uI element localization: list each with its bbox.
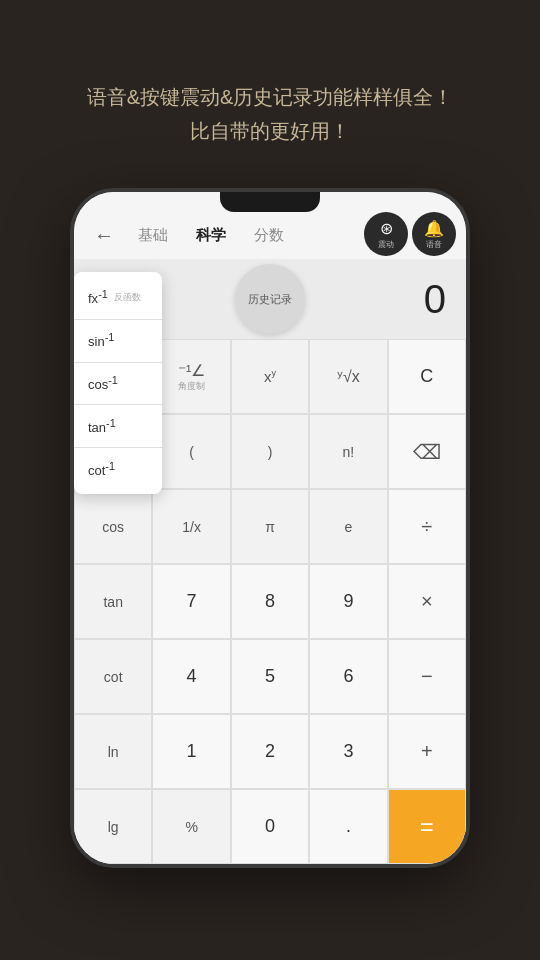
phone-mockup: ← 基础 科学 分数 ⊛ 震动 🔔 语音 历史记录 0	[70, 188, 470, 868]
key-close-paren[interactable]: )	[231, 414, 309, 489]
key-factorial[interactable]: n!	[309, 414, 387, 489]
key-5[interactable]: 5	[231, 639, 309, 714]
key-row-7: lg % 0 . =	[74, 789, 466, 864]
key-percent[interactable]: %	[152, 789, 230, 864]
fx-popup-divider-3	[74, 404, 162, 405]
fx-popup-divider-2	[74, 362, 162, 363]
voice-icon: 🔔	[424, 219, 444, 238]
phone-notch	[220, 192, 320, 212]
key-backspace[interactable]: ⌫	[388, 414, 466, 489]
tab-basic[interactable]: 基础	[130, 222, 176, 249]
key-8[interactable]: 8	[231, 564, 309, 639]
fx-popup-divider-1	[74, 319, 162, 320]
fx-popup-arccot[interactable]: cot-1	[74, 450, 162, 488]
key-add[interactable]: +	[388, 714, 466, 789]
key-pi[interactable]: π	[231, 489, 309, 564]
key-row-4: tan 7 8 9 ×	[74, 564, 466, 639]
key-4[interactable]: 4	[152, 639, 230, 714]
key-clear[interactable]: C	[388, 339, 466, 414]
key-multiply[interactable]: ×	[388, 564, 466, 639]
fx-popup-divider-4	[74, 447, 162, 448]
tab-science[interactable]: 科学	[188, 222, 234, 249]
key-tan[interactable]: tan	[74, 564, 152, 639]
fx-popup-arcsin[interactable]: sin-1	[74, 321, 162, 359]
key-xpow[interactable]: xy	[231, 339, 309, 414]
display-value: 0	[424, 277, 446, 322]
vibrate-icon: ⊛	[380, 219, 393, 238]
vibrate-icon-button[interactable]: ⊛ 震动	[364, 212, 408, 256]
key-3[interactable]: 3	[309, 714, 387, 789]
key-0[interactable]: 0	[231, 789, 309, 864]
fx-popup-arctan[interactable]: tan-1	[74, 407, 162, 445]
icon-area: ⊛ 震动 🔔 语音	[364, 212, 456, 256]
key-row-6: ln 1 2 3 +	[74, 714, 466, 789]
key-cot[interactable]: cot	[74, 639, 152, 714]
voice-label: 语音	[426, 239, 442, 250]
key-row-3: cos 1/x π e ÷	[74, 489, 466, 564]
key-2[interactable]: 2	[231, 714, 309, 789]
fx-popup-arccos[interactable]: cos-1	[74, 364, 162, 402]
key-open-paren[interactable]: (	[152, 414, 230, 489]
key-divide[interactable]: ÷	[388, 489, 466, 564]
key-yroot[interactable]: ʸ√x	[309, 339, 387, 414]
key-decimal[interactable]: .	[309, 789, 387, 864]
key-6[interactable]: 6	[309, 639, 387, 714]
key-subtract[interactable]: −	[388, 639, 466, 714]
key-1[interactable]: 1	[152, 714, 230, 789]
voice-icon-button[interactable]: 🔔 语音	[412, 212, 456, 256]
key-row-5: cot 4 5 6 −	[74, 639, 466, 714]
headline-area: 语音&按键震动&历史记录功能样样俱全！ 比自带的更好用！	[0, 0, 540, 178]
fx-popup-inverse[interactable]: fx-1 反函数	[74, 278, 162, 316]
fx-popup: fx-1 反函数 sin-1 cos-1 tan-1 cot-1	[74, 272, 162, 494]
tab-fraction[interactable]: 分数	[246, 222, 292, 249]
key-cos[interactable]: cos	[74, 489, 152, 564]
key-7[interactable]: 7	[152, 564, 230, 639]
key-e[interactable]: e	[309, 489, 387, 564]
headline-line1: 语音&按键震动&历史记录功能样样俱全！	[40, 80, 500, 114]
key-lg[interactable]: lg	[74, 789, 152, 864]
key-equals[interactable]: =	[388, 789, 466, 864]
key-angle[interactable]: ⁻¹∠ 角度制	[152, 339, 230, 414]
headline-line2: 比自带的更好用！	[40, 114, 500, 148]
vibrate-label: 震动	[378, 239, 394, 250]
key-ln[interactable]: ln	[74, 714, 152, 789]
key-reciprocal[interactable]: 1/x	[152, 489, 230, 564]
phone-wrapper: ← 基础 科学 分数 ⊛ 震动 🔔 语音 历史记录 0	[0, 178, 540, 868]
key-9[interactable]: 9	[309, 564, 387, 639]
history-button[interactable]: 历史记录	[235, 264, 305, 334]
back-button[interactable]: ←	[90, 220, 118, 251]
